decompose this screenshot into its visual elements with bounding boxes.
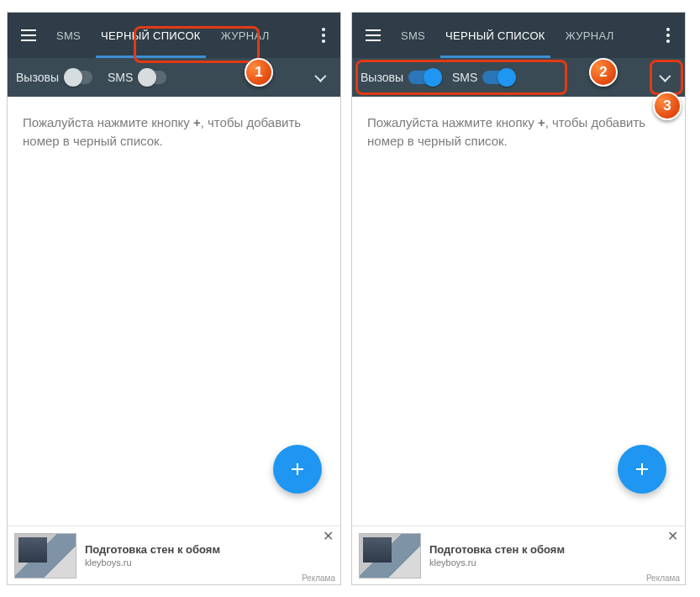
menu-button[interactable] <box>13 18 46 52</box>
ad-tag: Реклама <box>302 573 335 583</box>
ad-image <box>359 533 421 579</box>
tab-sms[interactable]: SMS <box>46 13 91 58</box>
ad-source: kleyboys.ru <box>85 557 334 568</box>
sms-label: SMS <box>452 71 477 84</box>
calls-label: Вызовы <box>16 71 59 84</box>
top-bar: SMS ЧЕРНЫЙ СПИСОК ЖУРНАЛ <box>352 13 685 58</box>
tab-blacklist[interactable]: ЧЕРНЫЙ СПИСОК <box>435 13 555 58</box>
chevron-down-icon <box>314 71 326 82</box>
overflow-menu[interactable] <box>656 28 680 43</box>
sms-label: SMS <box>108 71 133 84</box>
ad-text: Подготовка стен к обоям kleyboys.ru <box>429 543 678 568</box>
add-fab[interactable] <box>618 445 666 494</box>
sms-toggle[interactable] <box>482 71 511 84</box>
plus-icon <box>287 459 308 479</box>
calls-toggle[interactable] <box>64 71 92 84</box>
ad-source: kleyboys.ru <box>429 557 678 568</box>
empty-hint: Пожалуйста нажмите кнопку +, чтобы добав… <box>352 97 685 584</box>
hint-plus: + <box>538 115 545 129</box>
tab-strip: SMS ЧЕРНЫЙ СПИСОК ЖУРНАЛ <box>46 13 312 58</box>
ad-close-button[interactable]: ✕ <box>665 528 680 543</box>
tab-strip: SMS ЧЕРНЫЙ СПИСОК ЖУРНАЛ <box>391 13 656 58</box>
ad-close-button[interactable]: ✕ <box>320 528 335 543</box>
tab-journal[interactable]: ЖУРНАЛ <box>211 13 280 58</box>
add-fab[interactable] <box>273 445 322 494</box>
chevron-down-icon <box>659 71 671 82</box>
ad-image <box>14 533 76 579</box>
ad-text: Подготовка стен к обоям kleyboys.ru <box>85 543 334 568</box>
filter-bar: Вызовы SMS <box>8 58 340 97</box>
tab-journal[interactable]: ЖУРНАЛ <box>555 13 624 58</box>
calls-label: Вызовы <box>361 71 403 84</box>
empty-hint: Пожалуйста нажмите кнопку +, чтобы добав… <box>8 97 340 584</box>
plus-icon <box>632 459 652 479</box>
overflow-menu[interactable] <box>312 28 335 43</box>
ad-banner[interactable]: Подготовка стен к обоям kleyboys.ru ✕ Ре… <box>8 526 340 584</box>
ad-title: Подготовка стен к обоям <box>85 543 334 557</box>
tab-sms[interactable]: SMS <box>391 13 435 58</box>
top-bar: SMS ЧЕРНЫЙ СПИСОК ЖУРНАЛ <box>8 13 340 58</box>
calls-toggle[interactable] <box>408 71 437 84</box>
hint-plus: + <box>193 115 201 129</box>
hint-text-pre: Пожалуйста нажмите кнопку <box>367 115 538 129</box>
tab-blacklist[interactable]: ЧЕРНЫЙ СПИСОК <box>91 13 211 58</box>
phone-left: SMS ЧЕРНЫЙ СПИСОК ЖУРНАЛ Вызовы SMS Пожа… <box>7 12 341 585</box>
sms-toggle[interactable] <box>138 71 166 84</box>
hint-text-pre: Пожалуйста нажмите кнопку <box>23 115 193 129</box>
menu-button[interactable] <box>357 18 391 52</box>
expand-chevron[interactable] <box>307 65 332 90</box>
ad-banner[interactable]: Подготовка стен к обоям kleyboys.ru ✕ Ре… <box>352 526 685 584</box>
ad-tag: Реклама <box>646 573 680 583</box>
ad-title: Подготовка стен к обоям <box>429 543 678 557</box>
phone-right: SMS ЧЕРНЫЙ СПИСОК ЖУРНАЛ Вызовы SMS Пожа… <box>351 12 686 585</box>
filter-bar: Вызовы SMS <box>352 58 685 97</box>
expand-chevron[interactable] <box>651 65 676 90</box>
